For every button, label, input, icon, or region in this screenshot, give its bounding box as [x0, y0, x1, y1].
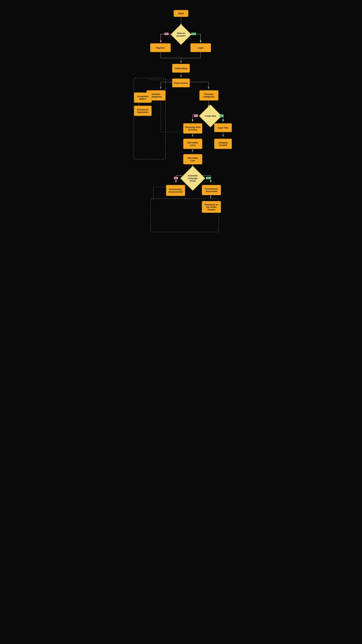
start-node: Start [174, 10, 188, 17]
no-badge-language: No [174, 177, 178, 179]
contribution-successful-node: Contribution Successful [202, 185, 221, 195]
edit-haiku-lines-node: Edit Haiku Lines [183, 139, 202, 149]
completed-haikus-node: Completed Haikus [134, 92, 152, 103]
flowchart: Start Have an account? No Yes Register L… [121, 6, 241, 241]
have-account-node: Have an account? [169, 26, 193, 42]
contribution-unsuccessful-node: Contribution Unsuccessful [166, 185, 185, 196]
input-title-node: Input Title [214, 123, 232, 132]
yes-badge-account: Yes [191, 33, 196, 35]
choosing-existing-node: Choosing from Existing [183, 123, 202, 134]
public-display-node: Displayed on the Public Display [202, 201, 221, 213]
thematic-categories-node: Thematic Categories [199, 90, 218, 100]
home-screen-node: Home Screen [172, 78, 190, 87]
yes-badge-create: Yes [219, 115, 223, 117]
no-badge-create: No [194, 115, 198, 117]
browse-inspiration-node: Browse for Inspiration [134, 106, 152, 116]
register-node: Register [150, 43, 171, 52]
category-created-node: Category Created [214, 139, 232, 149]
no-badge-account: No [165, 33, 169, 35]
onboarding-node: Onboarding [172, 64, 190, 73]
yes-badge-language: Yes [206, 177, 211, 179]
create-new-node: Create New [199, 107, 222, 125]
add-haiku-line-node: Add Haiku Line [183, 154, 202, 164]
login-node: Login [190, 43, 211, 52]
